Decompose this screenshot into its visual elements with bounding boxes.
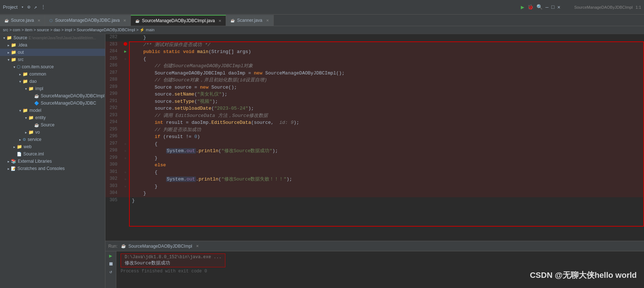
run-icon[interactable]: ▶ — [521, 4, 524, 11]
sidebar-item-src[interactable]: ▾ 📁 src — [0, 56, 105, 63]
sidebar-item-common[interactable]: ▸ 📁 common — [0, 70, 105, 78]
entity-arrow: ▾ — [23, 116, 28, 120]
tab-source-manage-impl-close[interactable]: ✕ — [218, 19, 221, 23]
sidebar-item-model[interactable]: ▾ 📁 model — [0, 107, 105, 114]
search-icon[interactable]: 🔍 — [536, 4, 543, 10]
run-panel-header: Run: ☕ SourceManageDAOByJDBCImpl ✕ — [105, 241, 644, 251]
sidebar-item-scratches[interactable]: ▸ 📝 Scratches and Consoles — [0, 165, 105, 172]
debug-icon[interactable]: 🐞 — [527, 4, 534, 10]
line-gutter-301: ○ — [122, 169, 129, 176]
run-tab-icon: ☕ — [121, 244, 126, 248]
sidebar-item-source-iml[interactable]: 📄 Source.iml — [0, 150, 105, 158]
code-line-301: 301 ○ { — [105, 169, 644, 176]
sidebar-item-source-impl[interactable]: ☕ SourceManageDAOByJDBCImpl — [0, 92, 105, 100]
breadcrumb: src > com > item > source > dao > impl >… — [0, 26, 644, 34]
line-code-285[interactable]: { — [129, 56, 644, 63]
tab-scanner-java-close[interactable]: ✕ — [266, 19, 269, 23]
line-code-301[interactable]: { — [129, 169, 644, 176]
menu-icon[interactable]: ⋮ — [41, 4, 46, 10]
sidebar-item-dao[interactable]: ▾ 📁 dao — [0, 78, 105, 85]
dao-folder-icon: 📁 — [23, 79, 28, 84]
line-code-291[interactable]: source.setType("视频"); — [129, 98, 644, 105]
intellij-label: SourceManageDAOByJDBCImpl — [574, 5, 633, 9]
line-code-293[interactable]: // 调用 EditSourceData 方法，Source修改数据 — [129, 112, 644, 119]
web-label: web — [24, 144, 32, 149]
sidebar-item-out[interactable]: ▸ 📁 out — [0, 49, 105, 56]
line-code-294[interactable]: int result = daoImp.EditSourceData(sourc… — [129, 119, 644, 126]
sidebar-root[interactable]: ▾ 📁 Source E:\example\JavaTest\Java\Java… — [0, 34, 105, 41]
line-code-289[interactable]: Source source = new Source(); — [129, 84, 644, 91]
dao-label: dao — [29, 79, 37, 84]
target-icon[interactable]: ⊙ — [27, 4, 30, 10]
sidebar-item-entity[interactable]: ▾ 📁 entity — [0, 114, 105, 121]
dao-arrow: ▾ — [17, 80, 23, 84]
line-num-303: 303 — [105, 183, 122, 190]
line-code-298[interactable]: System.out.println("修改Source数据成功"); — [129, 147, 644, 155]
sidebar-item-vo[interactable]: ▸ 📁 vo — [0, 129, 105, 136]
close-btn[interactable]: ✕ — [557, 4, 560, 10]
expand-icon[interactable]: ↗ — [34, 4, 37, 10]
line-code-305[interactable]: } — [129, 197, 644, 204]
tab-source-java-close[interactable]: ✕ — [37, 19, 40, 23]
project-chevron[interactable]: ▾ — [21, 5, 24, 9]
line-code-303[interactable]: } — [129, 183, 644, 190]
line-code-296[interactable]: if (result != 0) — [129, 133, 644, 141]
sidebar-item-web[interactable]: ▸ 📁 web — [0, 143, 105, 150]
minimize-btn[interactable]: — — [546, 4, 548, 10]
tab-source-manage-dao[interactable]: ⬡ SourceManageDAOByJDBC.java ✕ — [45, 15, 131, 26]
run-restart-btn[interactable]: ↺ — [109, 269, 112, 275]
web-arrow: ▸ — [12, 145, 17, 149]
code-line-290: 290 source.setName("美女礼仪"); — [105, 91, 644, 98]
sidebar-item-com[interactable]: ▾ ⬡ com.item.source — [0, 63, 105, 70]
run-stop-btn[interactable]: ⏹ — [108, 261, 113, 267]
run-output-highlighted-block: D:\Java\jdk1.8.0_152\bin\java.exe ... 修改… — [121, 253, 225, 267]
line-num-288: 288 — [105, 77, 122, 84]
line-code-283[interactable]: /** 测试对应操作是否成功 */ — [129, 41, 644, 49]
sidebar-item-source-dao[interactable]: 🔷 SourceManageDAOByJDBC — [0, 100, 105, 107]
sidebar-item-idea[interactable]: ▸ 📁 .idea — [0, 41, 105, 49]
line-code-292[interactable]: source.setUploadDate("2023-05-24"); — [129, 105, 644, 112]
line-gutter-296 — [122, 133, 129, 141]
maximize-btn[interactable]: □ — [551, 4, 554, 10]
line-gutter-283 — [122, 41, 129, 49]
line-code-297[interactable]: { — [129, 141, 644, 148]
line-code-287[interactable]: SourceManageDAOByJDBCImpl daoImp = new S… — [129, 70, 644, 77]
src-label: src — [18, 57, 24, 62]
line-code-302[interactable]: System.out.println("修改Source数据失败！！！"); — [129, 176, 644, 183]
project-label[interactable]: Project — [3, 4, 17, 10]
line-gutter-295 — [122, 126, 129, 134]
line-num-292: 292 — [105, 105, 122, 112]
line-code-304[interactable]: } — [129, 190, 644, 197]
code-line-285: 285 ○ { — [105, 56, 644, 63]
sidebar-item-impl[interactable]: ▾ 📁 impl — [0, 85, 105, 92]
run-tab[interactable]: ☕ SourceManageDAOByJDBCImpl ✕ — [121, 244, 198, 249]
line-code-299[interactable]: } — [129, 155, 644, 162]
interface-icon: ⬡ — [49, 19, 53, 23]
code-line-284: 284 ▶ public static void main(String[] a… — [105, 48, 644, 56]
tab-source-manage-dao-close[interactable]: ✕ — [123, 19, 126, 23]
sidebar-item-source-entity[interactable]: ☕ Source — [0, 121, 105, 129]
tab-source-manage-impl[interactable]: ☕ SourceManageDAOByJDBCImpl.java ✕ — [131, 15, 226, 26]
run-play-btn[interactable]: ▶ — [109, 253, 112, 259]
line-code-282[interactable]: } — [129, 34, 644, 41]
line-num-297: 297 — [105, 141, 122, 148]
code-area: 282 } 283 /** 测试对应操作是否成功 */ 284 ▶ — [105, 34, 644, 288]
line-code-286[interactable]: // 创建SourceManageDAOByJDBCImpl对象 — [129, 62, 644, 70]
line-code-300[interactable]: else — [129, 162, 644, 169]
line-gutter-286 — [122, 62, 129, 70]
line-num-294: 294 — [105, 119, 122, 126]
run-output-text: 修改Source数据成功 — [125, 260, 170, 266]
line-code-284[interactable]: public static void main(String[] args) — [129, 48, 644, 56]
line-code-288[interactable]: // 创建Source对象，并且初始化数据(id设置自增) — [129, 77, 644, 84]
tab-source-java[interactable]: ☕ Source.java ✕ — [0, 15, 45, 26]
sidebar-item-ext-libs[interactable]: ▸ 📚 External Libraries — [0, 158, 105, 165]
vo-label: vo — [35, 130, 40, 135]
line-code-290[interactable]: source.setName("美女礼仪"); — [129, 91, 644, 98]
line-code-295[interactable]: // 判断是否添加成功 — [129, 126, 644, 134]
tab-scanner-java[interactable]: ☕ Scanner.java ✕ — [226, 15, 273, 26]
run-tab-close[interactable]: ✕ — [196, 244, 199, 248]
impl-label: impl — [35, 86, 43, 91]
code-line-304: 304 } — [105, 190, 644, 197]
sidebar-item-service[interactable]: ▸ ⚙ service — [0, 136, 105, 143]
code-editor[interactable]: 282 } 283 /** 测试对应操作是否成功 */ 284 ▶ — [105, 34, 644, 241]
